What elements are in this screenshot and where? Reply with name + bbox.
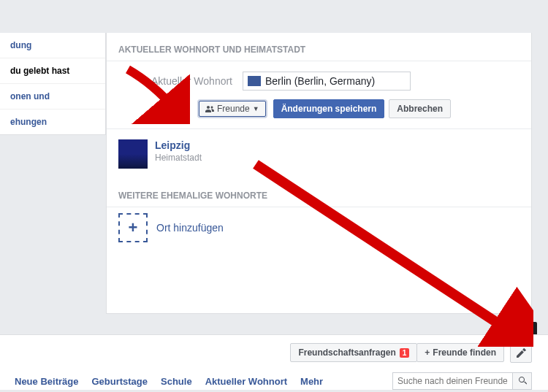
- place-thumb-icon: [248, 76, 261, 86]
- main-panel: AKTUELLER WOHNORT UND HEIMATSTADT Aktuel…: [106, 33, 532, 314]
- friends-search-input[interactable]: [392, 372, 513, 390]
- chevron-down-icon: ▼: [253, 105, 259, 112]
- sidebar-item-label: onen und: [10, 91, 50, 101]
- sidebar-item-label: dung: [10, 40, 31, 50]
- add-place-button[interactable]: +: [118, 213, 148, 242]
- privacy-selector-button[interactable]: Freunde ▼: [199, 101, 266, 117]
- place-image: [118, 139, 148, 169]
- privacy-label: Freunde: [217, 104, 250, 114]
- sidebar-item-0[interactable]: dung: [0, 33, 105, 58]
- sidebar-item-label: ehungen: [10, 117, 47, 127]
- friend-requests-button[interactable]: Freundschaftsanfragen 1: [290, 343, 417, 362]
- friends-icon: [205, 105, 214, 113]
- subnav-item-more[interactable]: Mehr: [300, 376, 323, 387]
- find-friends-button[interactable]: + Freunde finden: [416, 343, 504, 362]
- add-place-label[interactable]: Ort hinzufügen: [156, 222, 224, 234]
- find-friends-label: Freunde finden: [433, 347, 496, 358]
- friend-requests-badge: 1: [400, 348, 410, 358]
- add-place-row: + Ort hinzufügen: [107, 207, 531, 257]
- pencil-icon: [517, 348, 526, 358]
- current-city-label: Aktueller Wohnort: [118, 75, 243, 87]
- edit-current-city: Aktueller Wohnort Berlin (Berlin, German…: [107, 61, 531, 129]
- section-header-current: AKTUELLER WOHNORT UND HEIMATSTADT: [107, 33, 531, 61]
- current-city-value: Berlin (Berlin, Germany): [265, 75, 375, 87]
- friends-subnav: Neue Beiträge Geburtstage Schule Aktuell…: [0, 365, 548, 390]
- subnav-item-2[interactable]: Schule: [161, 376, 192, 387]
- sidebar-item-2[interactable]: onen und: [0, 84, 105, 109]
- sidebar-item-label: du gelebt hast: [10, 66, 69, 76]
- hometown-sub: Heimatstadt: [155, 153, 202, 163]
- friend-requests-label: Freundschaftsanfragen: [298, 347, 395, 358]
- subnav-item-1[interactable]: Geburtstage: [91, 376, 148, 387]
- plus-icon: +: [425, 347, 430, 358]
- search-icon: [518, 377, 527, 385]
- hometown-row: Leipzig Heimatstadt: [107, 129, 531, 179]
- hometown-name[interactable]: Leipzig: [155, 139, 202, 151]
- current-city-input[interactable]: Berlin (Berlin, Germany): [243, 72, 411, 91]
- subnav-item-3[interactable]: Aktueller Wohnort: [205, 376, 287, 387]
- friends-search-button[interactable]: [513, 372, 532, 390]
- cancel-button[interactable]: Abbrechen: [389, 99, 451, 118]
- section-header-other: WEITERE EHEMALIGE WOHNORTE: [107, 179, 531, 207]
- manage-button[interactable]: [510, 342, 532, 363]
- subnav-item-0[interactable]: Neue Beiträge: [15, 376, 78, 387]
- sidebar-item-3[interactable]: ehungen: [0, 109, 105, 134]
- save-button[interactable]: Änderungen speichern: [273, 99, 385, 118]
- sidebar-item-1[interactable]: du gelebt hast: [0, 58, 105, 84]
- sidebar: dung du gelebt hast onen und ehungen: [0, 33, 106, 135]
